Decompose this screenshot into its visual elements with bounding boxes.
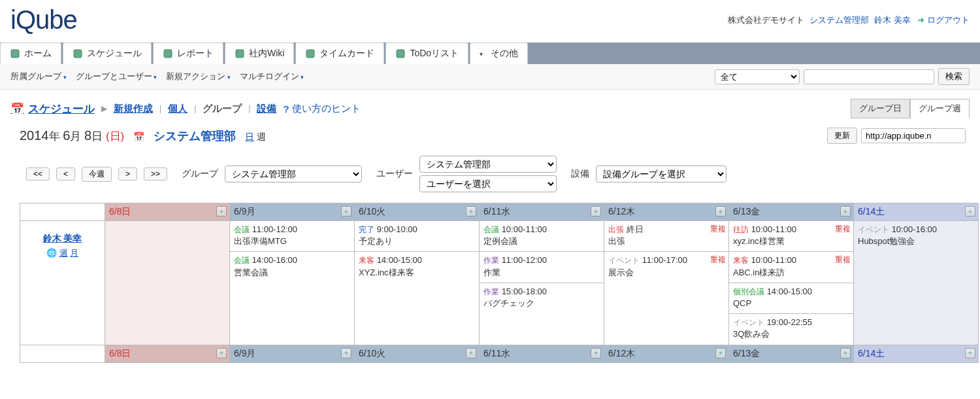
event[interactable]: 完了 9:00-10:00予定あり — [355, 221, 479, 252]
report-icon — [163, 48, 173, 59]
day-cell-2[interactable]: 完了 9:00-10:00予定あり来客 14:00-15:00XYZ.inc様来… — [355, 221, 480, 345]
wiki-icon — [235, 48, 245, 59]
refresh-button[interactable]: 更新 — [827, 128, 857, 144]
nav-tab-3[interactable]: 社内Wiki — [225, 43, 294, 64]
subnav-item-3[interactable]: マルチログイン — [240, 71, 304, 82]
user-link[interactable]: 鈴木 美幸 — [874, 14, 911, 26]
day-cell-3[interactable]: 会議 10:00-11:00定例会議作業 11:00-12:00作業作業 15:… — [480, 221, 604, 345]
add-event-icon[interactable]: + — [965, 206, 975, 217]
event-title: QCP — [733, 298, 751, 308]
day-header-3: 6/11水+ — [480, 345, 604, 362]
personal-link[interactable]: 個人 — [168, 103, 188, 115]
search-button[interactable]: 検索 — [938, 68, 970, 85]
event-tag: イベント — [858, 225, 889, 234]
hint-link[interactable]: ? 使い方のヒント — [283, 103, 360, 115]
event-tag: 来客 — [733, 256, 749, 265]
add-event-icon[interactable]: + — [341, 206, 351, 217]
event[interactable]: 往訪 10:00-11:00重複xyz.inc様営業 — [729, 221, 853, 252]
day-cell-4[interactable]: 出張 終日重複出張イベント 11:00-17:00重複展示会 — [604, 221, 729, 345]
filter-select[interactable]: 全て — [715, 69, 800, 84]
event-tag: 往訪 — [733, 225, 749, 234]
nav-tab-0[interactable]: ホーム — [0, 43, 61, 64]
event[interactable]: 会議 11:00-12:00出張準備MTG — [230, 221, 354, 252]
add-event-icon[interactable]: + — [715, 348, 726, 358]
prev-week-button[interactable]: < — [56, 167, 75, 181]
event[interactable]: 作業 15:00-18:00バグチェック — [480, 283, 604, 313]
add-event-icon[interactable]: + — [840, 206, 851, 217]
event[interactable]: イベント 11:00-17:00重複展示会 — [604, 252, 728, 282]
day-cell-5[interactable]: 往訪 10:00-11:00重複xyz.inc様営業来客 10:00-11:00… — [729, 221, 854, 345]
event[interactable]: イベント 10:00-16:00Hubspot勉強会 — [854, 221, 978, 251]
nav-tab-5[interactable]: ToDoリスト — [385, 43, 468, 64]
event-time: 終日 — [627, 224, 644, 234]
event[interactable]: 個別会議 14:00-15:00QCP — [729, 283, 853, 314]
event[interactable]: 来客 10:00-11:00重複ABC.in様来訪 — [729, 252, 853, 283]
event[interactable]: 会議 14:00-16:00営業会議 — [230, 252, 354, 282]
add-event-icon[interactable]: + — [216, 348, 227, 358]
today-button[interactable]: 今週 — [82, 167, 112, 182]
event-time: 14:00-15:00 — [767, 286, 812, 296]
subnav-item-2[interactable]: 新規アクション — [166, 71, 231, 82]
schedule-title[interactable]: 📅 スケジュール — [10, 101, 95, 116]
date-picker-icon[interactable]: 📅 — [133, 131, 144, 142]
day-view-link[interactable]: 日 — [245, 131, 254, 142]
week-link[interactable]: 週 — [59, 248, 68, 258]
day-header-6: 6/14土+ — [854, 203, 979, 221]
add-event-icon[interactable]: + — [840, 348, 851, 358]
nav-tab-label: スケジュール — [87, 48, 142, 60]
event[interactable]: 出張 終日重複出張 — [604, 221, 728, 252]
user-select[interactable]: ユーザーを選択 — [419, 175, 557, 192]
event-time: 10:00-16:00 — [892, 224, 937, 234]
add-event-icon[interactable]: + — [591, 206, 601, 217]
nav-tab-1[interactable]: スケジュール — [63, 43, 152, 64]
group-select[interactable]: システム管理部 — [225, 165, 362, 182]
facility-link[interactable]: 設備 — [257, 103, 276, 115]
event[interactable]: 会議 10:00-11:00定例会議 — [480, 221, 604, 252]
event-tag: 完了 — [359, 225, 374, 234]
month-link[interactable]: 月 — [70, 248, 78, 258]
subnav-item-1[interactable]: グループとユーザー — [76, 71, 157, 82]
add-event-icon[interactable]: + — [715, 206, 726, 217]
next-week-button[interactable]: > — [118, 167, 137, 181]
tab-group-week[interactable]: グループ週 — [910, 99, 970, 118]
nav-tab-2[interactable]: レポート — [153, 43, 223, 64]
logo: iQube — [10, 5, 77, 35]
schedule-title-text: スケジュール — [28, 101, 95, 116]
event-tag: 作業 — [483, 287, 499, 296]
event-tag: 個別会議 — [733, 287, 764, 296]
event-tag: 会議 — [234, 225, 250, 234]
day-header-5: 6/13金+ — [729, 345, 854, 362]
event-time: 10:00-11:00 — [502, 224, 547, 234]
logout-link[interactable]: ➜ ログアウト — [917, 14, 970, 26]
day-cell-6[interactable]: イベント 10:00-16:00Hubspot勉強会 — [854, 221, 979, 345]
subnav-item-0[interactable]: 所属グループ — [10, 71, 67, 82]
add-event-icon[interactable]: + — [591, 348, 601, 358]
event[interactable]: 作業 11:00-12:00作業 — [480, 252, 604, 283]
event[interactable]: イベント 19:00-22:553Q飲み会 — [729, 314, 853, 344]
nav-tab-4[interactable]: タイムカード — [295, 43, 384, 64]
event[interactable]: 来客 14:00-15:00XYZ.inc様来客 — [355, 252, 479, 282]
tab-group-day[interactable]: グループ日 — [851, 99, 910, 118]
add-event-icon[interactable]: + — [216, 206, 227, 217]
nav-tab-6[interactable]: その他 — [470, 43, 528, 64]
add-event-icon[interactable]: + — [466, 206, 476, 217]
prev-week2-button[interactable]: << — [26, 167, 50, 181]
next-week2-button[interactable]: >> — [144, 167, 167, 181]
user-name[interactable]: 鈴木 美幸 — [23, 233, 102, 245]
duplicate-badge: 重複 — [710, 254, 726, 266]
add-event-icon[interactable]: + — [466, 348, 476, 358]
day-cell-1[interactable]: 会議 11:00-12:00出張準備MTG会議 14:00-16:00営業会議 — [230, 221, 355, 345]
day-cell-0[interactable] — [105, 221, 230, 345]
facility-select[interactable]: 設備グループを選択 — [596, 165, 727, 182]
add-event-icon[interactable]: + — [341, 348, 351, 358]
todo-icon — [395, 48, 406, 59]
search-input[interactable] — [804, 69, 934, 84]
day-header-1: 6/9月+ — [230, 345, 355, 362]
event-title: ABC.in様来訪 — [733, 268, 785, 277]
dept-link[interactable]: システム管理部 — [809, 14, 869, 26]
url-input[interactable] — [861, 128, 966, 143]
add-event-icon[interactable]: + — [965, 348, 975, 358]
user-group-select[interactable]: システム管理部 — [419, 156, 557, 173]
new-schedule-link[interactable]: 新規作成 — [114, 103, 153, 115]
svg-rect-5 — [397, 50, 404, 58]
